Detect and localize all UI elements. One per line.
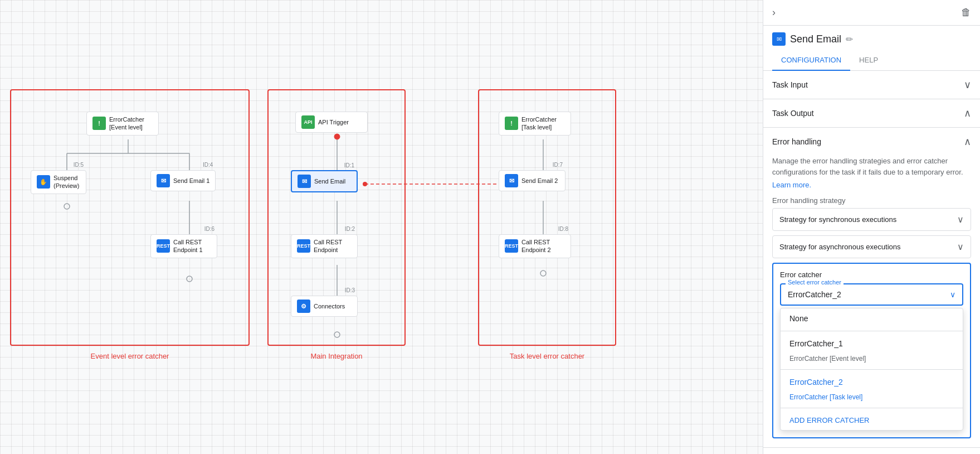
option-none[interactable]: None: [781, 308, 963, 329]
send-email-2-node[interactable]: ID:7 ✉ Send Email 2: [499, 170, 565, 191]
strategy-label: Error handling strategy: [772, 196, 971, 205]
error-catcher-box: Error catcher Select error catcher Error…: [772, 263, 971, 438]
call-rest-main-label: Call RESTEndpoint: [314, 238, 342, 254]
panel-title: Send Email: [790, 33, 841, 45]
task-input-header[interactable]: Task Input ∨: [763, 71, 980, 99]
error-catcher-section-label: Error catcher: [780, 271, 963, 279]
suspend-label: Suspend(Preview): [53, 174, 79, 190]
task-output-chevron: ∧: [964, 107, 971, 119]
select-container: Select error catcher ErrorCatcher_2 ∨: [780, 283, 963, 306]
select-arrow: ∨: [950, 290, 955, 299]
sync-strategy-value: Strategy for synchronous executions: [779, 215, 896, 224]
select-error-catcher[interactable]: ErrorCatcher_2 ∨: [780, 283, 963, 306]
error-catcher-event-node[interactable]: ! ErrorCatcher[Event level]: [86, 112, 159, 136]
api-trigger-node[interactable]: API API Trigger: [295, 112, 368, 133]
tab-help[interactable]: HELP: [850, 50, 887, 71]
connectors-label: Connectors: [314, 302, 345, 310]
panel-tabs: CONFIGURATION HELP: [763, 50, 980, 71]
panel-top-bar: › 🗑: [763, 0, 980, 26]
task-input-section: Task Input ∨: [763, 71, 980, 99]
connectors-id: ID:3: [345, 287, 355, 293]
error-handling-content: Manage the error handling strategies and…: [763, 156, 980, 447]
breadcrumb-chevron[interactable]: ›: [772, 7, 776, 18]
suspend-id: ID:5: [74, 162, 84, 168]
send-email-main-id: ID:1: [344, 162, 354, 168]
call-rest-1-label: Call RESTEndpoint 1: [173, 238, 203, 254]
event-level-label: Event level error catcher: [91, 352, 169, 360]
send-email-1-icon: ✉: [157, 174, 170, 187]
suspend-icon: ✋: [37, 175, 50, 189]
select-label: Select error catcher: [786, 279, 844, 286]
task-output-label: Task Output: [772, 109, 814, 118]
async-strategy-dropdown[interactable]: Strategy for asynchronous executions ∨: [772, 235, 971, 258]
async-dropdown-arrow: ∨: [957, 242, 964, 252]
send-email-main-label: Send Email: [314, 177, 345, 185]
task-level-label: Task level error catcher: [510, 352, 584, 360]
call-rest-main-id: ID:2: [345, 226, 355, 232]
task-output-header[interactable]: Task Output ∧: [763, 99, 980, 127]
main-integration-label: Main Integration: [310, 352, 362, 360]
right-panel: › 🗑 ✉ Send Email ✏ CONFIGURATION HELP Ta…: [763, 0, 980, 454]
dropdown-divider-1: [781, 331, 963, 331]
error-handling-label: Error handling: [772, 137, 821, 146]
dropdown-divider-3: [781, 408, 963, 408]
error-handling-chevron: ∧: [964, 136, 971, 148]
call-rest-2-icon: REST: [505, 239, 518, 253]
dropdown-divider-2: [781, 369, 963, 370]
api-trigger-icon: API: [301, 115, 315, 129]
call-rest-2-node[interactable]: ID:8 REST Call RESTEndpoint 2: [499, 234, 571, 258]
call-rest-main-icon: REST: [297, 239, 310, 253]
send-email-1-id: ID:4: [203, 162, 213, 168]
connectors-node[interactable]: ID:3 ⚙ Connectors: [291, 296, 358, 317]
option-errorcatcher-1[interactable]: ErrorCatcher_1: [781, 334, 963, 354]
canvas-area[interactable]: Event level error catcher ! ErrorCatcher…: [0, 0, 763, 454]
error-catcher-task-icon: !: [505, 117, 518, 130]
option-errorcatcher-2[interactable]: ErrorCatcher_2: [781, 372, 963, 392]
error-handling-section: Error handling ∧ Manage the error handli…: [763, 128, 980, 448]
option-errorcatcher-2-sub: ErrorCatcher [Task level]: [781, 392, 963, 405]
api-trigger-label: API Trigger: [318, 118, 349, 126]
panel-scroll: Task Input ∨ Task Output ∧ Error handlin…: [763, 71, 980, 454]
edit-title-icon[interactable]: ✏: [846, 34, 853, 45]
send-email-panel-icon: ✉: [772, 32, 786, 46]
add-error-catcher-button[interactable]: ADD ERROR CATCHER: [781, 410, 963, 430]
delete-button[interactable]: 🗑: [961, 7, 971, 18]
tab-configuration[interactable]: CONFIGURATION: [772, 50, 850, 71]
error-handling-header[interactable]: Error handling ∧: [763, 128, 980, 156]
send-email-2-icon: ✉: [505, 174, 518, 187]
sync-dropdown-arrow: ∨: [957, 214, 964, 225]
send-email-1-label: Send Email 1: [173, 177, 209, 185]
error-handling-desc: Manage the error handling strategies and…: [772, 156, 971, 177]
sync-strategy-dropdown[interactable]: Strategy for synchronous executions ∨: [772, 208, 971, 231]
option-errorcatcher-1-sub: ErrorCatcher [Event level]: [781, 354, 963, 367]
error-catcher-dropdown: None ErrorCatcher_1 ErrorCatcher [Event …: [780, 308, 963, 431]
error-catcher-task-label: ErrorCatcher[Task level]: [521, 115, 557, 132]
task-output-section: Task Output ∧: [763, 99, 980, 128]
async-strategy-value: Strategy for asynchronous executions: [779, 243, 901, 251]
panel-title-row: ✉ Send Email ✏: [763, 26, 980, 46]
suspend-preview-node[interactable]: ID:5 ✋ Suspend(Preview): [31, 170, 86, 194]
error-catcher-event-label: ErrorCatcher[Event level]: [109, 115, 144, 132]
task-input-label: Task Input: [772, 80, 808, 89]
send-email-2-label: Send Email 2: [521, 177, 558, 185]
error-catcher-event-icon: !: [92, 117, 106, 130]
learn-more-link[interactable]: Learn more.: [772, 181, 811, 189]
task-input-chevron: ∨: [964, 79, 971, 91]
call-rest-2-id: ID:8: [558, 226, 568, 232]
send-email-main-icon: ✉: [298, 175, 311, 188]
call-rest-1-icon: REST: [157, 239, 170, 253]
call-rest-2-label: Call RESTEndpoint 2: [521, 238, 551, 254]
send-email-main-node[interactable]: ID:1 ✉ Send Email: [291, 170, 358, 192]
connectors-icon: ⚙: [297, 300, 310, 313]
call-rest-1-id: ID:6: [204, 226, 214, 232]
call-rest-main-node[interactable]: ID:2 REST Call RESTEndpoint: [291, 234, 358, 258]
send-email-2-id: ID:7: [553, 162, 563, 168]
send-email-1-node[interactable]: ID:4 ✉ Send Email 1: [150, 170, 216, 191]
error-catcher-task-node[interactable]: ! ErrorCatcher[Task level]: [499, 112, 571, 136]
call-rest-1-node[interactable]: ID:6 REST Call RESTEndpoint 1: [150, 234, 217, 258]
selected-catcher-value: ErrorCatcher_2: [788, 290, 841, 299]
